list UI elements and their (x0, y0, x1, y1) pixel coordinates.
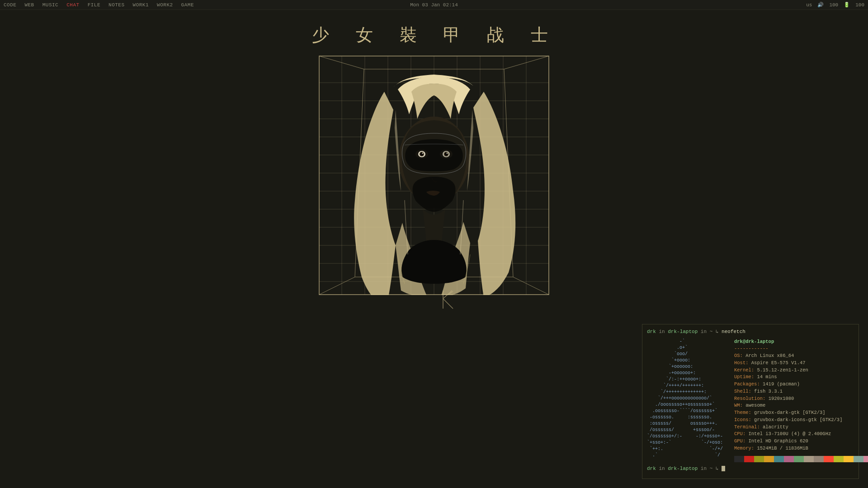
nav-item-work2[interactable]: WORK2 (157, 2, 173, 8)
color-block-1 (744, 456, 754, 462)
topbar-right: us 🔊 100 🔋 100 (806, 2, 864, 8)
svg-point-37 (422, 153, 424, 154)
sysinfo-separator: ------------ (734, 345, 868, 352)
color-block-6 (794, 456, 804, 462)
sysinfo-row-13: Memory: 1524MiB / 11836MiB (734, 445, 868, 452)
nav-item-file[interactable]: FILE (88, 2, 100, 8)
terminal-user2: drk (647, 466, 656, 471)
nav-item-music[interactable]: MUSIC (42, 2, 59, 8)
sysinfo-row-8: Theme: gruvbox-dark-gtk [GTK2/3] (734, 409, 868, 417)
sysinfo-row-12: GPU: Intel HD Graphics 620 (734, 438, 868, 445)
nav-item-code[interactable]: CODE (4, 2, 16, 8)
nav-items: CODEWEBMUSICCHATFILENOTESWORK1WORK2GAME (4, 2, 202, 8)
color-block-5 (784, 456, 794, 462)
battery-value: 100 (855, 2, 864, 8)
terminal-host2: drk-laptop (668, 466, 698, 471)
kanji-title: 少 女 裝 甲 战 士 (312, 23, 556, 47)
color-block-11 (844, 456, 854, 462)
sysinfo-row-9: Icons: gruvbox-dark-icons-gtk [GTK2/3] (734, 417, 868, 424)
color-block-0 (734, 456, 744, 462)
terminal-prompt2: drk in drk-laptop in ~ ↳ (647, 465, 854, 473)
color-block-13 (863, 456, 868, 462)
topbar: CODEWEBMUSICCHATFILENOTESWORK1WORK2GAME … (0, 0, 868, 10)
sysinfo-row-0: OS: Arch Linux x86_64 (734, 352, 868, 360)
terminal-user1: drk (647, 329, 656, 334)
terminal-cmd: neofetch (722, 329, 745, 334)
svg-line-44 (443, 299, 453, 309)
color-block-4 (774, 456, 784, 462)
sysinfo-container: drk@drk-laptop------------OS: Arch Linux… (734, 338, 868, 462)
battery-icon: 🔋 (844, 2, 850, 8)
terminal-prompt1: drk in drk-laptop in ~ ↳ neofetch (647, 328, 854, 336)
volume-value: 100 (829, 2, 838, 8)
portrait-container (319, 56, 549, 295)
sysinfo-row-2: Kernel: 5.15.12-zen1-1-zen (734, 367, 868, 374)
terminal-window: drk in drk-laptop in ~ ↳ neofetch -` .o+… (642, 324, 859, 479)
color-block-2 (754, 456, 764, 462)
sysinfo-row-3: Uptime: 14 mins (734, 374, 868, 381)
sysinfo-row-4: Packages: 1419 (pacman) (734, 381, 868, 388)
portrait-svg (319, 56, 549, 295)
color-block-3 (764, 456, 774, 462)
sysinfo-row-5: Shell: fish 3.3.1 (734, 388, 868, 395)
sysinfo-row-1: Host: Aspire E5-575 V1.47 (734, 360, 868, 367)
nav-item-notes[interactable]: NOTES (108, 2, 125, 8)
ascii-art: -` .o+` `ooo/ `+oooo: `+oooooo: -+oooooo… (647, 338, 731, 462)
sysinfo-username: drk@drk-laptop (734, 338, 868, 346)
terminal-cursor (722, 466, 725, 471)
color-block-8 (814, 456, 824, 462)
terminal-host1: drk-laptop (668, 329, 698, 334)
color-block-7 (804, 456, 814, 462)
svg-point-41 (447, 153, 448, 154)
bottom-symbol (434, 286, 461, 318)
color-block-10 (834, 456, 844, 462)
datetime-display: Mon 03 Jan 02:14 (410, 2, 458, 8)
sysinfo-row-10: Terminal: alacritty (734, 424, 868, 431)
svg-line-43 (443, 291, 452, 299)
sysinfo-row-7: WM: awesome (734, 402, 868, 409)
sysinfo: drk@drk-laptop------------OS: Arch Linux… (734, 338, 868, 452)
sysinfo-row-6: Resolution: 868x488 (734, 395, 868, 403)
terminal-body: -` .o+` `ooo/ `+oooo: `+oooooo: -+oooooo… (647, 338, 854, 462)
nav-item-chat[interactable]: CHAT (66, 2, 79, 8)
color-blocks (734, 456, 868, 462)
nav-item-web[interactable]: WEB (24, 2, 34, 8)
color-block-9 (824, 456, 834, 462)
nav-item-game[interactable]: GAME (181, 2, 194, 8)
volume-icon: 🔊 (817, 2, 824, 8)
locale-label: us (806, 2, 812, 8)
color-block-12 (854, 456, 863, 462)
nav-item-work1[interactable]: WORK1 (133, 2, 149, 8)
sysinfo-row-11: CPU: Intel i3-7100U (4) @ 2.400GHz (734, 431, 868, 438)
